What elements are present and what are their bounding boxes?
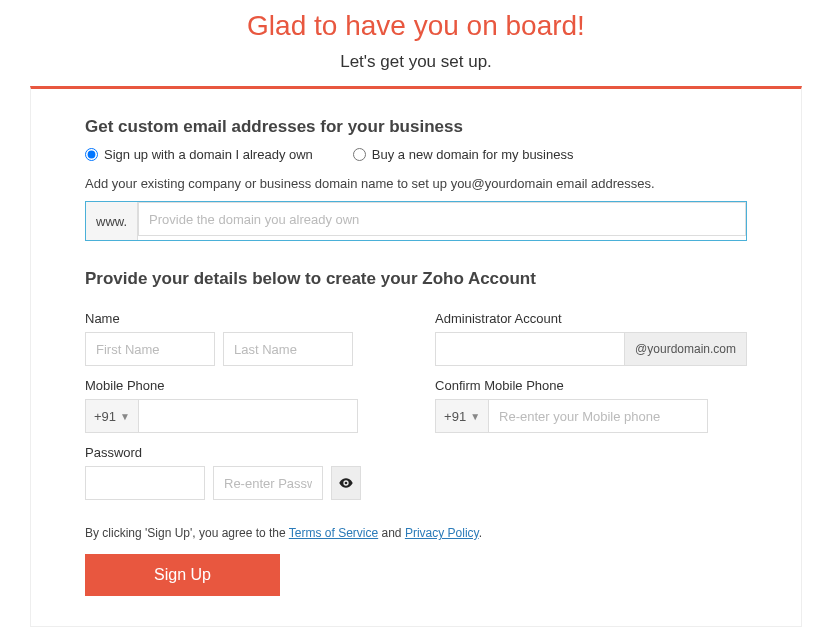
chevron-down-icon: ▼: [470, 411, 480, 422]
confirm-mobile-input[interactable]: [488, 399, 708, 433]
terms-mid: and: [378, 526, 405, 540]
admin-domain-suffix: @yourdomain.com: [625, 332, 747, 366]
radio-own-domain[interactable]: Sign up with a domain I already own: [85, 147, 313, 162]
name-label: Name: [85, 311, 375, 326]
account-section-heading: Provide your details below to create you…: [85, 269, 747, 289]
password-confirm-input[interactable]: [213, 466, 323, 500]
domain-helper-text: Add your existing company or business do…: [85, 176, 747, 191]
domain-prefix: www.: [86, 202, 138, 240]
radio-buy-domain-input[interactable]: [353, 148, 366, 161]
terms-of-service-link[interactable]: Terms of Service: [289, 526, 378, 540]
domain-input-group: www.: [85, 201, 747, 241]
left-column: Name Mobile Phone +91 ▼ Password: [85, 299, 375, 500]
terms-prefix: By clicking 'Sign Up', you agree to the: [85, 526, 289, 540]
signup-card: Get custom email addresses for your busi…: [30, 86, 802, 627]
password-label: Password: [85, 445, 375, 460]
domain-choice-radios: Sign up with a domain I already own Buy …: [85, 147, 747, 162]
privacy-policy-link[interactable]: Privacy Policy: [405, 526, 479, 540]
terms-suffix: .: [479, 526, 482, 540]
password-input[interactable]: [85, 466, 205, 500]
page-title: Glad to have you on board!: [0, 10, 832, 42]
confirm-dial-code-select[interactable]: +91 ▼: [435, 399, 488, 433]
signup-button[interactable]: Sign Up: [85, 554, 280, 596]
eye-icon: [338, 475, 354, 491]
radio-buy-domain[interactable]: Buy a new domain for my business: [353, 147, 574, 162]
last-name-input[interactable]: [223, 332, 353, 366]
confirm-dial-code-value: +91: [444, 409, 466, 424]
chevron-down-icon: ▼: [120, 411, 130, 422]
mobile-input[interactable]: [138, 399, 358, 433]
first-name-input[interactable]: [85, 332, 215, 366]
terms-text: By clicking 'Sign Up', you agree to the …: [85, 526, 747, 540]
admin-account-input[interactable]: [435, 332, 625, 366]
radio-own-domain-input[interactable]: [85, 148, 98, 161]
radio-buy-domain-label: Buy a new domain for my business: [372, 147, 574, 162]
right-column: Administrator Account @yourdomain.com Co…: [435, 299, 747, 500]
domain-input[interactable]: [138, 202, 746, 236]
mobile-label: Mobile Phone: [85, 378, 375, 393]
admin-label: Administrator Account: [435, 311, 747, 326]
toggle-password-visibility[interactable]: [331, 466, 361, 500]
dial-code-select[interactable]: +91 ▼: [85, 399, 138, 433]
dial-code-value: +91: [94, 409, 116, 424]
domain-section-heading: Get custom email addresses for your busi…: [85, 117, 747, 137]
confirm-mobile-label: Confirm Mobile Phone: [435, 378, 747, 393]
radio-own-domain-label: Sign up with a domain I already own: [104, 147, 313, 162]
page-subtitle: Let's get you set up.: [0, 52, 832, 72]
